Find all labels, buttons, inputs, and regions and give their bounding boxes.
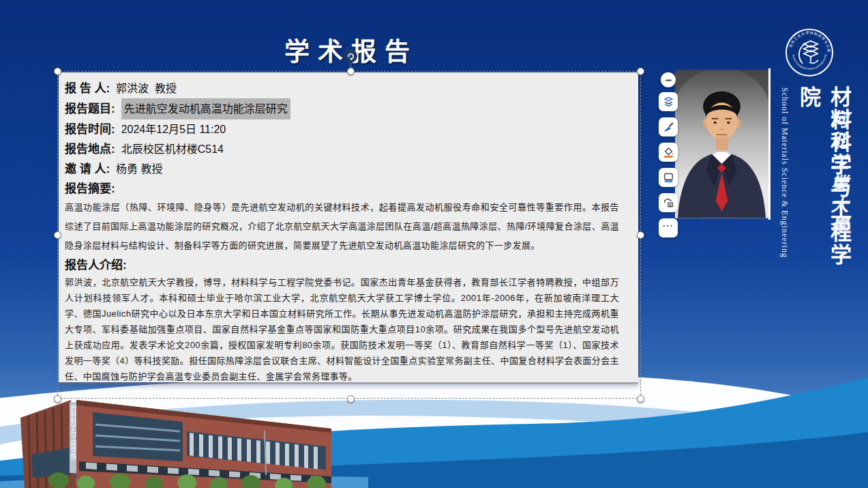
info-row-title: 报告题目: 先进航空发动机高温功能涂层研究 [65,98,619,119]
fill-color-button[interactable] [659,143,678,162]
speaker-photo[interactable] [675,68,770,220]
more-options-button[interactable]: ··· [659,218,678,238]
handle-bottom-center[interactable] [347,395,355,403]
building-sign-text: 材料科学与工程学院 [70,404,77,461]
location-label: 报告地点: [65,139,115,159]
handle-middle-left[interactable] [54,231,61,239]
handle-top-left[interactable] [54,68,61,75]
bio-header: 报告人介绍: [65,257,619,274]
location-value: 北辰校区机材楼C514 [121,139,224,159]
presentation-slide: 学术报告 材料科学与工程学院 [0,0,868,488]
speaker-label: 报 告 人: [65,78,110,98]
time-value: 2024年12月5日 11:20 [121,119,226,139]
svg-text:河北工业大学材料科学与工程学院: 河北工业大学材料科学与工程学院 [784,27,831,53]
speaker-value: 郭洪波 教授 [116,78,177,98]
talk-title-label: 报告题目: [65,99,115,119]
rotation-handle[interactable] [344,49,357,63]
handle-middle-right[interactable] [637,231,644,239]
format-brush-button[interactable] [659,117,678,137]
handle-bottom-right[interactable] [637,395,644,403]
content-textbox[interactable]: 报 告 人: 郭洪波 教授 报告题目: 先进航空发动机高温功能涂层研究 报告时间… [59,72,638,382]
info-row-location: 报告地点: 北辰校区机材楼C514 [65,139,619,159]
paint-bucket-icon [663,147,674,158]
arrange-layers-button[interactable] [659,92,678,111]
collapse-toolbar-button[interactable] [661,72,676,87]
rotate-icon [346,52,355,61]
handle-bottom-left[interactable] [54,395,61,403]
handle-top-right[interactable] [637,68,644,75]
layers-icon [663,96,674,108]
frame-icon [663,172,674,184]
callout-icon [663,197,674,209]
handle-top-center[interactable] [347,68,355,75]
frame-style-button[interactable] [659,168,678,187]
brush-icon [663,121,674,133]
school-name-en-vertical: School of Materials Science & Engineerin… [779,87,790,299]
abstract-header: 报告摘要: [65,180,619,198]
abstract-text: 高温功能涂层（热障、环境障、隐身等）是先进航空发动机的关键材料技术，起着提高发动… [65,198,619,255]
logo-ring-top-text: 河北工业大学材料科学与工程学院 [784,27,831,53]
info-row-inviter: 邀 请 人: 杨勇 教授 [65,159,619,179]
floating-object-toolbar: ··· [658,72,678,244]
minus-circle-icon [663,75,674,85]
campus-building-image[interactable]: 材料科学与工程学院 [11,393,342,488]
university-name-calligraphy: 河北工業大學 [826,111,851,247]
school-logo: 河北工业大学材料科学与工程学院 School of Materials Scie… [784,27,835,78]
info-row-time: 报告时间: 2024年12月5日 11:20 [65,119,619,139]
inviter-label: 邀 请 人: [65,159,110,179]
logo-emblem [799,41,818,63]
talk-title-value-highlighted[interactable]: 先进航空发动机高温功能涂层研究 [121,98,290,119]
bio-text: 郭洪波，北京航空航天大学教授，博导，材料科学与工程学院党委书记。国家杰出青年基金… [65,274,619,382]
info-row-speaker: 报 告 人: 郭洪波 教授 [65,78,619,98]
inviter-value: 杨勇 教授 [116,159,162,179]
animation-button[interactable] [659,193,678,212]
time-label: 报告时间: [65,119,115,139]
